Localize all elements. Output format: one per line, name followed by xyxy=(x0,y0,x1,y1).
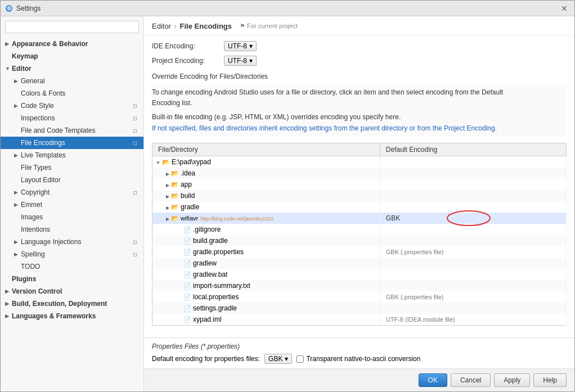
badge-icon: □ xyxy=(131,114,139,122)
table-row[interactable]: 📄build.gradle xyxy=(152,235,380,246)
table-row[interactable]: 📄gradle.properties xyxy=(152,246,380,258)
default-encoding-dropdown[interactable]: GBK ▾ xyxy=(264,354,292,364)
cancel-button[interactable]: Cancel xyxy=(451,373,491,387)
file-icon: 📄 xyxy=(183,249,191,255)
settings-window: ⚙ Settings ✕ ▶ Appearance & Behavior Key… xyxy=(0,0,575,392)
encoding-cell xyxy=(380,224,566,235)
help-button[interactable]: Help xyxy=(533,373,567,387)
sidebar-item-live-templates[interactable]: ▶ Live Templates xyxy=(1,149,143,161)
props-files-title: Properties Files (*.properties) xyxy=(152,343,567,350)
file-type-icon: 📂 xyxy=(171,170,179,177)
table-row[interactable]: 📄import-summary.txt xyxy=(152,280,380,291)
encoding-cell xyxy=(380,235,566,246)
bottom-section: Properties Files (*.properties) Default … xyxy=(144,337,574,368)
sidebar-item-keymap[interactable]: Keymap xyxy=(1,50,143,62)
file-name: gradle xyxy=(181,203,199,211)
sidebar-item-language-injections[interactable]: ▶ Language Injections □ xyxy=(1,236,143,248)
file-icon: 📄 xyxy=(183,294,191,300)
sidebar-item-general[interactable]: ▶ General xyxy=(1,75,143,87)
file-name: settings.gradle xyxy=(193,304,237,312)
sidebar-item-version-control[interactable]: ▶ Version Control xyxy=(1,285,143,298)
file-name: local.properties xyxy=(193,293,239,301)
chevron-right-icon: ▶ xyxy=(14,152,19,158)
sidebar-item-file-code-templates[interactable]: File and Code Templates □ xyxy=(1,124,143,137)
file-name: gradlew xyxy=(193,259,217,267)
file-type-icon: 📂 xyxy=(171,192,179,199)
encoding-value: GBK xyxy=(386,214,400,222)
ide-encoding-dropdown[interactable]: UTF-8 ▾ xyxy=(224,41,257,51)
sidebar: ▶ Appearance & Behavior Keymap ▼ Editor … xyxy=(1,16,144,391)
file-name: xypad.iml xyxy=(193,316,222,323)
search-input[interactable] xyxy=(5,21,139,33)
table-row[interactable]: 📄gradlew.bat xyxy=(152,269,380,280)
table-row[interactable]: 📄xypad.iml xyxy=(152,314,380,326)
chevron-right-icon: ▶ xyxy=(5,301,10,307)
override-section-title: Override Encoding for Files/Directories xyxy=(152,73,567,80)
sidebar-item-layout-editor[interactable]: Layout Editor xyxy=(1,174,143,186)
sidebar-item-inspections[interactable]: Inspections □ xyxy=(1,112,143,124)
sidebar-item-code-style[interactable]: ▶ Code Style □ xyxy=(1,100,143,112)
transparent-checkbox[interactable] xyxy=(297,355,304,363)
sidebar-item-file-types[interactable]: File Types xyxy=(1,161,143,174)
file-name: import-summary.txt xyxy=(193,282,250,290)
chevron-right-icon: ▶ xyxy=(14,103,19,109)
sidebar-item-intentions[interactable]: Intentions xyxy=(1,223,143,236)
table-row[interactable]: ▶📂.idea xyxy=(152,168,380,179)
table-row[interactable]: 📄local.properties xyxy=(152,291,380,303)
sidebar-item-copyright[interactable]: ▶ Copyright □ xyxy=(1,186,143,199)
encoding-cell xyxy=(380,303,566,314)
file-name: gradle.properties xyxy=(193,248,244,256)
sidebar-item-languages-frameworks[interactable]: ▶ Languages & Frameworks xyxy=(1,310,143,322)
sidebar-item-file-encodings[interactable]: File Encodings □ xyxy=(1,137,143,149)
encoding-cell xyxy=(380,269,566,280)
breadcrumb: Editor › File Encodings xyxy=(152,22,232,30)
table-row[interactable]: 📄settings.gradle xyxy=(152,303,380,314)
title-bar: ⚙ Settings ✕ xyxy=(1,1,574,16)
badge-icon: □ xyxy=(131,250,139,258)
table-row[interactable]: ▶📂gradle xyxy=(152,201,380,213)
encoding-cell xyxy=(380,156,566,168)
file-name: .gitignore xyxy=(193,226,221,233)
action-bar: OK Cancel Apply Help xyxy=(144,368,574,391)
file-icon: 📄 xyxy=(183,237,191,244)
file-type-icon: 📂 xyxy=(171,215,179,222)
table-row[interactable]: ▶📂build xyxy=(152,190,380,201)
file-icon: 📄 xyxy=(183,271,191,278)
encoding-cell xyxy=(380,201,566,213)
encoding-value: UTF-8 (IDEA module file) xyxy=(386,316,455,323)
transparent-checkbox-label[interactable]: Transparent native-to-ascii conversion xyxy=(297,355,420,363)
table-row[interactable]: 📄.gitignore xyxy=(152,224,380,235)
encoding-cell: GBK (.properties file) xyxy=(380,291,566,303)
file-name: gradlew.bat xyxy=(193,271,227,278)
project-encoding-dropdown[interactable]: UTF-8 ▾ xyxy=(224,56,257,66)
ok-button[interactable]: OK xyxy=(419,373,447,387)
sidebar-item-emmet[interactable]: ▶ Emmet xyxy=(1,199,143,211)
sidebar-item-appearance[interactable]: ▶ Appearance & Behavior xyxy=(1,38,143,50)
chevron-right-icon: ▶ xyxy=(5,41,10,47)
sidebar-item-images[interactable]: Images xyxy=(1,211,143,223)
apply-button[interactable]: Apply xyxy=(494,373,530,387)
table-row[interactable]: 📄gradlew xyxy=(152,258,380,269)
file-icon: 📄 xyxy=(183,226,191,233)
breadcrumb-separator: › xyxy=(174,22,177,30)
table-row[interactable]: ▼📂E:\pad\xypad xyxy=(152,156,380,168)
sidebar-item-colors-fonts[interactable]: Colors & Fonts xyxy=(1,87,143,100)
table-row[interactable]: ▶📂wifiavrhttp://blog.csdn.net/jasonhu151… xyxy=(152,213,380,224)
dropdown-arrow-icon: ▾ xyxy=(249,57,253,65)
chevron-right-icon: ▶ xyxy=(14,190,19,195)
encoding-cell xyxy=(380,190,566,201)
info-line2-block: Built-in file encoding (e.g. JSP, HTML o… xyxy=(152,112,567,133)
default-encoding-label: Default encoding for properties files: xyxy=(152,355,260,363)
encoding-cell xyxy=(380,258,566,269)
project-encoding-row: Project Encoding: UTF-8 ▾ xyxy=(152,56,567,66)
breadcrumb-parent: Editor xyxy=(152,22,171,30)
close-button[interactable]: ✕ xyxy=(559,3,570,14)
sidebar-item-todo[interactable]: TODO xyxy=(1,260,143,273)
sidebar-item-spelling[interactable]: ▶ Spelling □ xyxy=(1,248,143,260)
table-row[interactable]: ▶📂app xyxy=(152,179,380,190)
chevron-right-icon: ▶ xyxy=(14,251,19,257)
sidebar-item-editor[interactable]: ▼ Editor xyxy=(1,62,143,75)
chevron-right-icon: ▶ xyxy=(14,202,19,208)
sidebar-item-plugins[interactable]: Plugins xyxy=(1,273,143,285)
sidebar-item-build-execution[interactable]: ▶ Build, Execution, Deployment xyxy=(1,298,143,310)
